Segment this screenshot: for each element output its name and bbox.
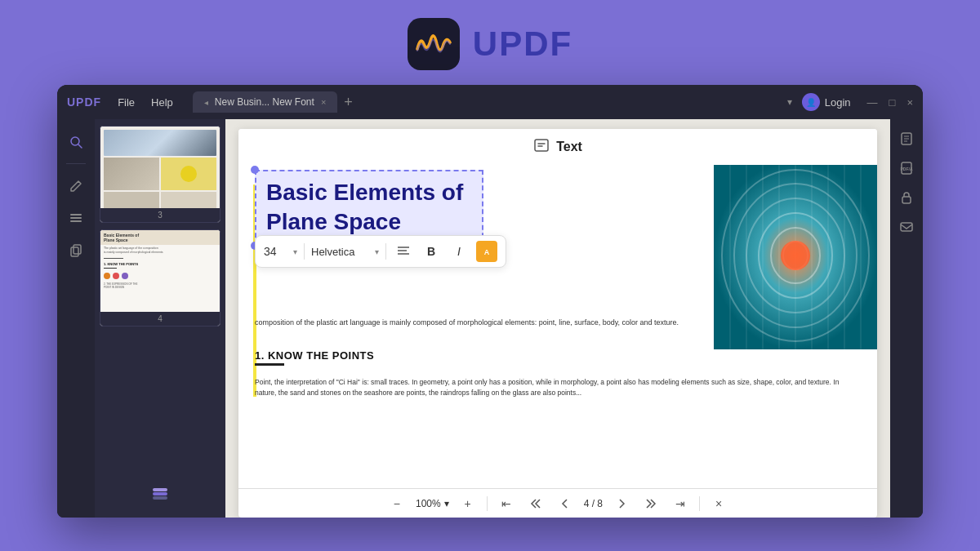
thumbnail-page-4[interactable]: Basic Elements ofPlane Space The plastic…	[100, 229, 220, 327]
toolbar-divider-a	[487, 496, 488, 511]
active-tab[interactable]: ◂ New Busin... New Font ×	[193, 91, 337, 113]
page-current: 4	[584, 498, 590, 509]
nav-first-button[interactable]: ⇤	[496, 493, 517, 514]
app-name-label: UPDF	[473, 24, 572, 64]
body-paragraph: Point, the interpretation of "Ci Hai" is…	[255, 377, 861, 398]
font-family-arrow[interactable]: ▾	[375, 247, 379, 256]
thumbnail-4-preview: Basic Elements ofPlane Space The plastic…	[100, 230, 220, 312]
thumbnail-4-num: 4	[100, 312, 220, 326]
page-image	[714, 162, 877, 349]
bold-button[interactable]: B	[421, 241, 442, 262]
zoom-dropdown-icon[interactable]: ▾	[444, 498, 449, 509]
zoom-level-display: 100% ▾	[416, 498, 449, 509]
sidebar-divider-1	[66, 163, 86, 164]
svg-rect-39	[902, 197, 911, 203]
svg-rect-4	[70, 220, 82, 222]
sidebar-search-icon[interactable]	[63, 129, 89, 155]
section-1-title: 1. KNOW THE POINTS	[255, 349, 861, 362]
svg-rect-3	[70, 217, 82, 219]
svg-rect-40	[901, 223, 912, 231]
svg-rect-6	[71, 247, 78, 256]
nav-next-next-button[interactable]	[640, 493, 662, 514]
nav-last-button[interactable]: ⇥	[670, 493, 691, 514]
tab-add-button[interactable]: +	[341, 94, 356, 111]
format-toolbar: 34 ▾ Helvetica ▾ B I A	[255, 235, 506, 268]
text-mode-icon	[533, 137, 550, 157]
zoom-in-button[interactable]: +	[457, 493, 479, 514]
titlebar-menu: File Help	[118, 96, 173, 109]
left-sidebar	[57, 119, 95, 518]
svg-rect-9	[153, 488, 167, 491]
svg-rect-7	[153, 496, 167, 500]
selected-text-content[interactable]: Basic Elements of Plane Space	[255, 170, 483, 246]
main-window: UPDF File Help ◂ New Busin... New Font ×…	[57, 85, 923, 518]
tunnel-visual	[714, 162, 877, 349]
nav-prev-button[interactable]	[555, 493, 576, 514]
resize-handle-tl[interactable]	[251, 166, 259, 174]
right-panel: PDF/A	[890, 119, 923, 518]
toolbar-divider-2	[385, 243, 386, 260]
document-page: Text Basic Elements of Plane Space	[238, 129, 877, 518]
text-mode-label: Text	[556, 140, 582, 154]
nav-prev-prev-button[interactable]	[525, 493, 546, 514]
svg-rect-5	[74, 245, 81, 254]
menu-file[interactable]: File	[118, 96, 135, 109]
page-content: Basic Elements of Plane Space 34 ▾ Helve…	[238, 129, 877, 488]
maximize-button[interactable]: □	[889, 96, 896, 109]
font-size-display[interactable]: 34	[264, 245, 287, 258]
close-button[interactable]: ×	[906, 96, 913, 109]
font-family-display[interactable]: Helvetica	[311, 246, 368, 258]
titlebar-logo: UPDF	[67, 96, 101, 109]
text-color-button[interactable]: A	[476, 241, 497, 262]
font-size-arrow[interactable]: ▾	[293, 247, 297, 256]
login-label: Login	[825, 96, 851, 109]
svg-rect-10	[535, 140, 548, 151]
section-1-underline	[255, 363, 284, 366]
svg-text:PDF/A: PDF/A	[901, 167, 913, 171]
thumbnail-panel: 3 Basic Elements ofPlane Space The plast…	[95, 119, 225, 518]
thumbnail-page-3[interactable]: 3	[100, 126, 220, 223]
minimize-button[interactable]: —	[867, 96, 878, 109]
text-toolbar-header: Text	[238, 129, 877, 165]
top-branding: UPDF	[408, 0, 572, 85]
tab-close-button[interactable]: ×	[321, 97, 326, 107]
titlebar-right: ▾ 👤 Login — □ ×	[787, 93, 913, 111]
close-toolbar-button[interactable]: ×	[708, 493, 729, 514]
align-button[interactable]	[393, 241, 414, 262]
titlebar-dropdown-icon[interactable]: ▾	[787, 96, 792, 108]
tab-arrow-icon: ◂	[204, 98, 208, 107]
svg-text:A: A	[484, 248, 490, 256]
layers-icon[interactable]	[150, 485, 170, 504]
nav-next-button[interactable]	[611, 493, 632, 514]
page-indicator: 4 / 8	[584, 498, 603, 509]
tab-label: New Busin... New Font	[215, 96, 314, 108]
document-viewer: Text Basic Elements of Plane Space	[225, 119, 890, 518]
titlebar: UPDF File Help ◂ New Busin... New Font ×…	[57, 85, 923, 119]
main-area: 3 Basic Elements ofPlane Space The plast…	[57, 119, 923, 518]
rp-doc-icon[interactable]	[895, 127, 918, 150]
rp-mail-icon[interactable]	[895, 216, 918, 238]
login-avatar: 👤	[802, 93, 820, 111]
bottom-toolbar: − 100% ▾ + ⇤ 4 /	[238, 488, 877, 518]
page-total: 8	[597, 498, 603, 509]
rp-pdfa-icon[interactable]: PDF/A	[895, 157, 918, 180]
app-icon	[408, 18, 460, 70]
zoom-out-button[interactable]: −	[386, 493, 408, 514]
italic-button[interactable]: I	[448, 241, 470, 262]
svg-rect-2	[70, 214, 82, 216]
svg-line-1	[78, 144, 82, 148]
svg-rect-8	[153, 492, 167, 495]
tab-area: ◂ New Busin... New Font × +	[193, 91, 774, 113]
toolbar-divider-1	[304, 243, 305, 260]
thumbnail-3-preview	[100, 127, 220, 208]
sidebar-edit-icon[interactable]	[63, 172, 89, 198]
window-controls: — □ ×	[867, 96, 913, 109]
sidebar-list-icon[interactable]	[63, 205, 89, 231]
login-button[interactable]: 👤 Login	[802, 93, 851, 111]
toolbar-divider-b	[699, 496, 700, 511]
menu-help[interactable]: Help	[151, 96, 173, 109]
thumbnail-3-num: 3	[100, 208, 220, 222]
rp-lock-icon[interactable]	[895, 186, 918, 209]
zoom-level-text: 100%	[416, 498, 441, 509]
sidebar-copy-icon[interactable]	[63, 238, 89, 264]
